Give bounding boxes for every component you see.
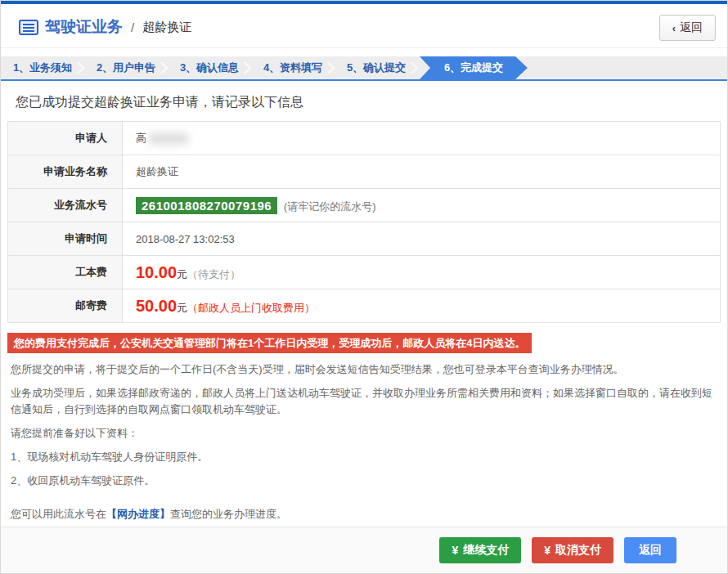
fee-amount: 10.00: [136, 263, 177, 281]
step-4-fill-materials[interactable]: 4、资料填写: [251, 56, 335, 79]
cancel-pay-button[interactable]: ¥取消支付: [532, 537, 613, 563]
postage-label: 邮寄费: [8, 289, 123, 323]
notice-paragraph: 业务成功受理后，如果选择邮政寄递的，邮政人员将上门送达机动车驾驶证，并收取办理业…: [11, 385, 717, 418]
page-header: 驾驶证业务 / 超龄换证 ‹ 返回: [1, 4, 727, 48]
table-row-fee: 工本费 10.00元（待支付）: [8, 256, 721, 289]
postage-amount: 50.00: [136, 297, 177, 315]
breadcrumb: 驾驶证业务 / 超龄换证: [19, 16, 716, 38]
notice-paragraph: 1、现场核对机动车驾驶人身份证明原件。: [11, 449, 717, 465]
page-container: 驾驶证业务 / 超龄换证 ‹ 返回 1、业务须知 2、用户申告 3、确认信息 4…: [0, 0, 728, 574]
applicant-name: 高: [136, 132, 146, 144]
fee-value-cell: 10.00元（待支付）: [123, 256, 721, 289]
table-row-service: 申请业务名称 超龄换证: [8, 155, 721, 189]
service-value: 超龄换证: [123, 155, 721, 189]
chevron-left-icon: ‹: [672, 22, 676, 34]
table-row-apply-time: 申请时间 2018-08-27 13:02:53: [8, 222, 721, 256]
serial-label: 业务流水号: [8, 189, 123, 222]
fee-note: （待支付）: [187, 268, 240, 280]
applicant-name-redacted: [149, 132, 188, 145]
footer-back-button[interactable]: 返回: [624, 537, 676, 563]
applicant-label: 申请人: [8, 122, 123, 155]
step-1-business-notice[interactable]: 1、业务须知: [1, 56, 84, 79]
result-info-table: 申请人 高 申请业务名称 超龄换证 业务流水号 2610018082700791…: [7, 121, 721, 323]
notice-paragraph: 请您提前准备好以下资料：: [11, 425, 717, 442]
step-6-complete-submit[interactable]: 6、完成提交: [420, 56, 528, 79]
progress-query-line: 您可以用此流水号在【网办进度】查询您的业务办理进度。: [7, 507, 721, 522]
postage-note: （邮政人员上门收取费用）: [187, 302, 315, 314]
header-back-button[interactable]: ‹ 返回: [659, 15, 716, 41]
apply-time-label: 申请时间: [8, 222, 123, 256]
notice-paragraphs: 您所提交的申请，将于提交后的一个工作日(不含当天)受理，届时会发送短信告知受理结…: [7, 361, 721, 489]
progress-suffix: 查询您的业务办理进度。: [170, 508, 287, 520]
fee-label: 工本费: [8, 256, 123, 289]
list-card-icon: [19, 20, 38, 35]
footer-back-label: 返回: [639, 543, 662, 558]
breadcrumb-current: 超龄换证: [142, 20, 191, 35]
header-back-label: 返回: [680, 20, 703, 35]
yen-icon: ¥: [544, 544, 550, 557]
fee-unit: 元: [177, 268, 187, 280]
notice-paragraph: 您所提交的申请，将于提交后的一个工作日(不含当天)受理，届时会发送短信告知受理结…: [11, 361, 717, 378]
yen-icon: ¥: [452, 544, 458, 557]
serial-number-badge: 261001808270079196: [136, 197, 277, 214]
action-footer: ¥继续支付 ¥取消支付 返回: [1, 527, 727, 573]
progress-link[interactable]: 【网办进度】: [106, 508, 170, 520]
main-content: 您已成功提交超龄换证业务申请，请记录以下信息 申请人 高 申请业务名称 超龄换证…: [1, 81, 727, 527]
service-label: 申请业务名称: [8, 155, 123, 189]
table-row-serial: 业务流水号 261001808270079196 (请牢记你的流水号): [8, 189, 721, 222]
postage-unit: 元: [177, 302, 187, 314]
applicant-value-cell: 高: [123, 122, 721, 155]
postage-value-cell: 50.00元（邮政人员上门收取费用）: [123, 289, 721, 323]
cancel-pay-label: 取消支付: [555, 543, 601, 558]
apply-time-value: 2018-08-27 13:02:53: [123, 222, 721, 256]
success-message: 您已成功提交超龄换证业务申请，请记录以下信息: [16, 94, 721, 111]
table-row-postage: 邮寄费 50.00元（邮政人员上门收取费用）: [8, 289, 721, 323]
serial-value-cell: 261001808270079196 (请牢记你的流水号): [123, 189, 721, 222]
step-5-confirm-submit[interactable]: 5、确认提交: [335, 56, 418, 79]
continue-pay-label: 继续支付: [463, 543, 509, 558]
step-3-confirm-info[interactable]: 3、确认信息: [168, 56, 251, 79]
continue-pay-button[interactable]: ¥继续支付: [439, 537, 521, 563]
step-bar-filler: [528, 56, 727, 79]
step-wizard: 1、业务须知 2、用户申告 3、确认信息 4、资料填写 5、确认提交 6、完成提…: [1, 56, 727, 81]
table-row-applicant: 申请人 高: [8, 122, 721, 155]
notice-paragraph: 2、收回原机动车驾驶证原件。: [11, 473, 717, 489]
payment-warning-banner: 您的费用支付完成后，公安机关交通管理部门将在1个工作日内受理，受理成功后，邮政人…: [7, 333, 532, 353]
step-2-user-declaration[interactable]: 2、用户申告: [84, 56, 168, 79]
page-title: 驾驶证业务: [45, 16, 123, 38]
breadcrumb-separator: /: [131, 20, 134, 34]
progress-prefix: 您可以用此流水号在: [11, 508, 106, 520]
serial-note: (请牢记你的流水号): [284, 200, 376, 213]
